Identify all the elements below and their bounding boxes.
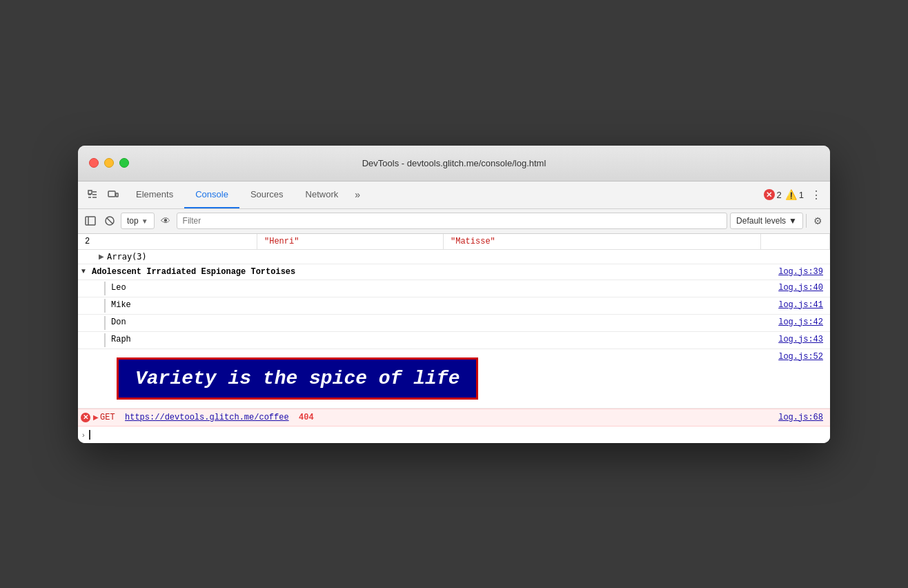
- group-heading-row: ▼ Adolescent Irradiated Espionage Tortoi…: [78, 264, 830, 280]
- tab-elements[interactable]: Elements: [125, 181, 184, 208]
- devtools-window: DevTools - devtools.glitch.me/console/lo…: [78, 146, 830, 443]
- tab-bar: Elements Console Sources Network »: [125, 181, 761, 208]
- group-item-raph: Raph log.js:43: [78, 332, 830, 349]
- variety-box: Variety is the spice of life: [117, 357, 478, 400]
- inspector-icon[interactable]: [83, 186, 101, 204]
- group-item-leo: Leo log.js:40: [78, 280, 830, 297]
- group-item-mike: Mike log.js:41: [78, 297, 830, 315]
- error-url[interactable]: https://devtools.glitch.me/coffee: [125, 413, 289, 422]
- tab-console[interactable]: Console: [184, 181, 239, 208]
- array-label: Array(3): [107, 252, 147, 262]
- log-levels-dropdown[interactable]: Default levels ▼: [730, 213, 803, 229]
- warning-icon: ⚠️: [786, 189, 797, 200]
- error-icon: ✕: [764, 189, 775, 200]
- table-cell-firstname: "Henri": [257, 234, 444, 249]
- table-cell-lastname: "Matisse": [444, 234, 761, 249]
- dropdown-arrow-icon: ▼: [141, 217, 148, 225]
- error-code: 404: [299, 413, 314, 422]
- clear-console-icon[interactable]: [101, 213, 118, 229]
- main-toolbar: Elements Console Sources Network » ✕ 2: [78, 182, 830, 209]
- svg-rect-0: [88, 190, 92, 194]
- traffic-lights: [89, 158, 129, 168]
- input-row[interactable]: ›: [78, 427, 830, 443]
- group-item-name-mike: Mike: [108, 299, 776, 311]
- group-item-source-mike[interactable]: log.js:41: [776, 299, 830, 311]
- devtools-panel: Elements Console Sources Network » ✕ 2: [78, 182, 830, 443]
- responsive-icon[interactable]: [104, 186, 122, 204]
- group-item-name-raph: Raph: [108, 333, 776, 346]
- variety-row: Variety is the spice of life log.js:52: [78, 349, 830, 409]
- toolbar-right: ✕ 2 ⚠️ 1 ⋮: [764, 186, 825, 204]
- array-row[interactable]: ▶ Array(3): [78, 250, 830, 264]
- context-selector[interactable]: top ▼: [121, 213, 155, 229]
- close-button[interactable]: [89, 158, 99, 168]
- table-cell-empty: [761, 234, 830, 249]
- group-item-source-leo[interactable]: log.js:40: [776, 282, 830, 294]
- divider: [806, 214, 807, 228]
- console-toolbar: top ▼ 👁 Default levels ▼ ⚙: [78, 209, 830, 234]
- error-source[interactable]: log.js:68: [776, 411, 830, 424]
- title-bar: DevTools - devtools.glitch.me/console/lo…: [78, 146, 830, 182]
- menu-icon[interactable]: ⋮: [808, 186, 825, 204]
- table-cell-number: 2: [78, 234, 257, 249]
- levels-arrow-icon: ▼: [789, 216, 797, 226]
- window-title: DevTools - devtools.glitch.me/console/lo…: [362, 158, 546, 168]
- svg-rect-1: [108, 191, 115, 197]
- group-expand-icon[interactable]: ▼: [80, 267, 87, 275]
- error-count: 2: [777, 190, 782, 200]
- warning-count: 1: [799, 190, 804, 200]
- group-title: Adolescent Irradiated Espionage Tortoise…: [89, 266, 776, 278]
- input-prompt-icon: ›: [82, 431, 85, 439]
- tab-sources[interactable]: Sources: [239, 181, 295, 208]
- error-row-icon: ✕: [81, 413, 90, 422]
- error-row: ✕ ▶ GET https://devtools.glitch.me/coffe…: [78, 409, 830, 427]
- warning-badge: ⚠️ 1: [786, 189, 804, 200]
- svg-rect-3: [86, 217, 95, 225]
- console-content: 2 "Henri" "Matisse" ▶ Array(3) ▼ Adolesc…: [78, 234, 830, 443]
- settings-icon[interactable]: ⚙: [809, 213, 826, 229]
- variety-text: Variety is the spice of life: [135, 368, 460, 389]
- cursor: [89, 430, 90, 440]
- eye-icon[interactable]: 👁: [157, 213, 174, 229]
- minimize-button[interactable]: [104, 158, 114, 168]
- error-badge: ✕ 2: [764, 189, 782, 200]
- sidebar-toggle-icon[interactable]: [82, 213, 99, 229]
- group-item-source-raph[interactable]: log.js:43: [776, 333, 830, 346]
- svg-rect-2: [116, 193, 118, 197]
- group-source[interactable]: log.js:39: [776, 266, 830, 278]
- row-indent: ▼: [78, 266, 89, 275]
- group-item-source-don[interactable]: log.js:42: [776, 316, 830, 329]
- group-item-name-leo: Leo: [108, 282, 776, 294]
- maximize-button[interactable]: [119, 158, 129, 168]
- error-method: GET https://devtools.glitch.me/coffee 40…: [100, 413, 314, 422]
- expand-triangle-icon[interactable]: ▶: [99, 253, 104, 260]
- variety-source[interactable]: log.js:52: [776, 351, 830, 363]
- tab-network[interactable]: Network: [295, 181, 350, 208]
- error-expand-icon[interactable]: ▶: [93, 413, 99, 421]
- table-row: 2 "Henri" "Matisse": [78, 234, 830, 250]
- group-item-don: Don log.js:42: [78, 315, 830, 332]
- svg-line-6: [107, 218, 112, 224]
- more-tabs-button[interactable]: »: [349, 181, 366, 208]
- group-item-name-don: Don: [108, 316, 776, 329]
- filter-input[interactable]: [177, 213, 727, 229]
